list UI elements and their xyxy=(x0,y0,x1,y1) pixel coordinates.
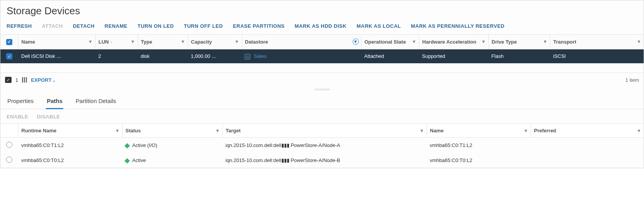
cell-transport: iSCSI xyxy=(550,49,644,63)
col-capacity[interactable]: Capacity▼ xyxy=(188,35,242,49)
cell-op-state: Attached xyxy=(361,49,419,63)
selection-badge: ✓ xyxy=(5,77,12,83)
mark-perennial-button[interactable]: MARK AS PERENNIALLY RESERVED xyxy=(411,23,504,29)
col-transport[interactable]: Transport▼ xyxy=(550,35,644,49)
cell-drive-type: Flash xyxy=(488,49,550,63)
col-lun[interactable]: LUN↑▼ xyxy=(95,35,138,49)
filter-icon[interactable]: ▼ xyxy=(181,39,185,44)
filter-icon[interactable]: ▼ xyxy=(637,128,641,133)
filter-icon[interactable]: ▼ xyxy=(543,39,548,44)
col-hw-accel[interactable]: Hardware Acceleration▼ xyxy=(419,35,488,49)
cell-lun: 2 xyxy=(95,49,138,63)
columns-icon[interactable] xyxy=(22,77,27,83)
detail-tabs: Properties Paths Partition Details xyxy=(0,92,644,109)
path-preferred xyxy=(531,138,644,153)
devices-header-row: ✓ Name▼ LUN↑▼ Type▼ Capacity▼ Datastore▼… xyxy=(0,35,644,49)
filter-icon[interactable]: ▼ xyxy=(481,39,486,44)
paths-col-target[interactable]: Target▼ xyxy=(222,124,427,138)
filter-icon[interactable]: ▼ xyxy=(88,39,93,44)
col-op-state[interactable]: Operational State▼ xyxy=(361,35,419,49)
export-button[interactable]: EXPORT⌄ xyxy=(31,77,55,83)
paths-col-status[interactable]: Status▼ xyxy=(122,124,222,138)
turn-on-led-button[interactable]: TURN ON LED xyxy=(138,23,174,29)
tab-paths[interactable]: Paths xyxy=(46,95,63,109)
paths-col-runtime[interactable]: Runtime Name▼ xyxy=(18,124,122,138)
status-active-icon xyxy=(124,158,130,163)
selection-count: 1 xyxy=(15,77,18,83)
resize-handle[interactable] xyxy=(0,87,644,92)
page-title: Storage Devices xyxy=(7,5,644,17)
storage-devices-panel: Storage Devices REFRESH ATTACH DETACH RE… xyxy=(0,0,644,168)
paths-col-name[interactable]: Name▼ xyxy=(427,124,531,138)
filter-icon[interactable]: ▼ xyxy=(637,39,641,44)
col-datastore[interactable]: Datastore▼ xyxy=(242,35,361,49)
path-target: iqn.2015-10.com.dell:dell▮▮▮ PowerStore-… xyxy=(222,138,427,153)
paths-header-row: Runtime Name▼ Status▼ Target▼ Name▼ Pref… xyxy=(0,124,644,138)
filter-icon[interactable]: ▼ xyxy=(131,39,135,44)
datastore-icon xyxy=(245,54,250,59)
select-all-header[interactable]: ✓ xyxy=(0,35,18,49)
filter-icon[interactable]: ▼ xyxy=(412,39,417,44)
path-radio[interactable] xyxy=(6,157,12,163)
path-name: vmhba65:C0:T1:L2 xyxy=(427,138,531,153)
devices-table: ✓ Name▼ LUN↑▼ Type▼ Capacity▼ Datastore▼… xyxy=(0,35,644,73)
detach-button[interactable]: DETACH xyxy=(73,23,94,29)
path-preferred xyxy=(531,153,644,168)
path-target: iqn.2015-10.com.dell:dell▮▮▮ PowerStore-… xyxy=(222,153,427,168)
turn-off-led-button[interactable]: TURN OFF LED xyxy=(184,23,223,29)
col-drive-type[interactable]: Drive Type▼ xyxy=(488,35,550,49)
filter-active-icon[interactable]: ▼ xyxy=(353,39,359,45)
device-row[interactable]: ✓ Dell iSCSI Disk ... 2 disk 1,000.00 ..… xyxy=(0,49,644,63)
status-active-icon xyxy=(124,143,130,148)
path-name: vmhba65:C0:T0:L2 xyxy=(427,153,531,168)
path-status: Active xyxy=(122,153,222,168)
refresh-button[interactable]: REFRESH xyxy=(7,23,32,29)
cell-type: disk xyxy=(138,49,188,63)
cell-capacity: 1,000.00 ... xyxy=(188,49,242,63)
row-checkbox[interactable]: ✓ xyxy=(6,53,12,59)
path-row[interactable]: vmhba65:C0:T0:L2 Active iqn.2015-10.com.… xyxy=(0,153,644,168)
col-name[interactable]: Name▼ xyxy=(18,35,95,49)
filter-icon[interactable]: ▼ xyxy=(420,128,424,133)
attach-button: ATTACH xyxy=(42,23,63,29)
cell-hw-accel: Supported xyxy=(419,49,488,63)
filter-icon[interactable]: ▼ xyxy=(215,128,220,133)
filter-icon[interactable]: ▼ xyxy=(115,128,120,133)
path-runtime: vmhba65:C0:T1:L2 xyxy=(18,138,122,153)
erase-partitions-button[interactable]: ERASE PARTITIONS xyxy=(233,23,284,29)
mark-local-button[interactable]: MARK AS LOCAL xyxy=(356,23,401,29)
enable-button: ENABLE xyxy=(7,114,28,120)
datastore-link[interactable]: Sales xyxy=(254,53,267,59)
disable-button: DISABLE xyxy=(37,114,60,120)
paths-col-preferred[interactable]: Preferred▼ xyxy=(531,124,644,138)
filter-icon[interactable]: ▼ xyxy=(235,39,239,44)
cell-datastore: Sales xyxy=(242,49,361,63)
col-type[interactable]: Type▼ xyxy=(138,35,188,49)
tab-partition-details[interactable]: Partition Details xyxy=(75,95,117,109)
paths-toolbar: ENABLE DISABLE xyxy=(0,109,644,123)
cell-name: Dell iSCSI Disk ... xyxy=(18,49,95,63)
spacer-row xyxy=(0,63,644,73)
select-all-checkbox[interactable]: ✓ xyxy=(6,39,12,45)
devices-footer: ✓ 1 EXPORT⌄ 1 item xyxy=(0,73,644,87)
item-count: 1 item xyxy=(626,77,639,83)
path-runtime: vmhba65:C0:T0:L2 xyxy=(18,153,122,168)
mark-hdd-button[interactable]: MARK AS HDD DISK xyxy=(295,23,347,29)
path-row[interactable]: vmhba65:C0:T1:L2 Active (I/O) iqn.2015-1… xyxy=(0,138,644,153)
rename-button[interactable]: RENAME xyxy=(104,23,127,29)
filter-icon[interactable]: ▼ xyxy=(524,128,528,133)
sort-asc-icon[interactable]: ↑ xyxy=(110,40,112,44)
path-radio[interactable] xyxy=(6,142,12,148)
devices-table-wrap: ✓ Name▼ LUN↑▼ Type▼ Capacity▼ Datastore▼… xyxy=(0,34,644,73)
main-toolbar: REFRESH ATTACH DETACH RENAME TURN ON LED… xyxy=(0,21,644,34)
path-status: Active (I/O) xyxy=(122,138,222,153)
chevron-down-icon: ⌄ xyxy=(52,78,55,83)
paths-col-select xyxy=(0,124,18,138)
paths-table: Runtime Name▼ Status▼ Target▼ Name▼ Pref… xyxy=(0,123,644,168)
tab-properties[interactable]: Properties xyxy=(7,95,34,109)
